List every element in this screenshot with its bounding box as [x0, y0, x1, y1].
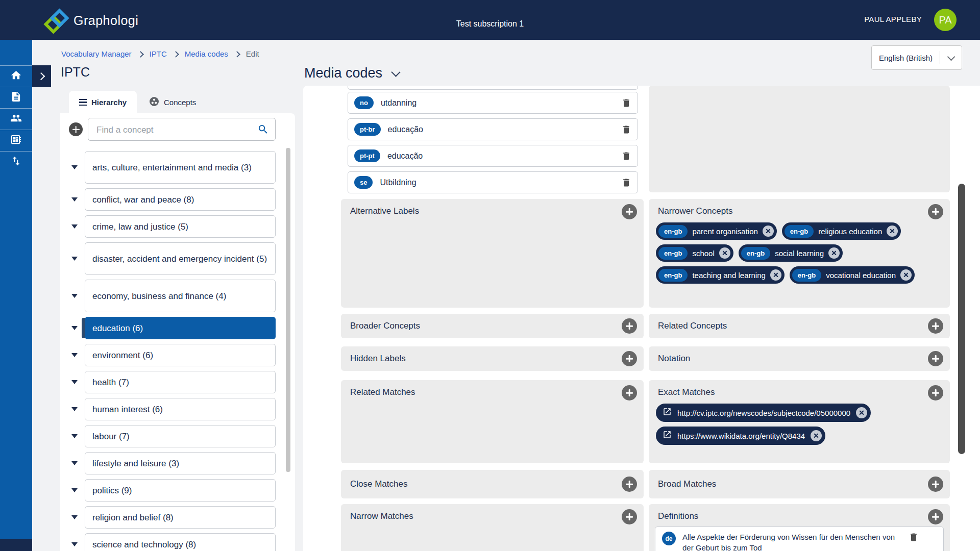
expand-caret-icon[interactable] — [71, 515, 78, 519]
tree-item-conflict[interactable]: conflict, war and peace (8) — [85, 188, 276, 211]
expand-caret-icon[interactable] — [71, 197, 78, 202]
tab-hierarchy[interactable]: Hierarchy — [69, 91, 137, 114]
tree-item-science[interactable]: science and technology (8) — [85, 533, 276, 551]
section-title: Notation — [658, 354, 690, 364]
language-badge: en-gb — [658, 225, 688, 238]
remove-icon[interactable] — [770, 269, 781, 281]
remove-icon[interactable] — [856, 407, 867, 418]
expand-caret-icon[interactable] — [71, 542, 78, 546]
expand-caret-icon[interactable] — [71, 257, 78, 261]
sidebar-item-import-export[interactable] — [0, 151, 32, 172]
add-concept-button[interactable] — [69, 122, 83, 136]
add-narrower-concept-button[interactable] — [928, 204, 943, 219]
label-row: pt-pt educação — [348, 145, 638, 167]
language-badge: en-gb — [741, 247, 770, 260]
add-related-match-button[interactable] — [622, 385, 637, 400]
editor-scrollbar[interactable] — [958, 184, 965, 454]
remove-icon[interactable] — [763, 226, 774, 237]
tree-item-environment[interactable]: environment (6) — [85, 344, 276, 366]
add-hidden-label-button[interactable] — [622, 351, 637, 366]
avatar[interactable]: PA — [934, 9, 957, 31]
search-input[interactable] — [95, 118, 251, 141]
delete-label-button[interactable] — [621, 124, 631, 135]
tree-row: crime, law and justice (5) — [71, 215, 276, 238]
concept-chip[interactable]: en-gb school — [656, 244, 733, 262]
add-narrow-match-button[interactable] — [622, 509, 637, 524]
expand-caret-icon[interactable] — [71, 294, 78, 298]
chevron-down-icon[interactable] — [391, 67, 400, 77]
concept-chip[interactable]: en-gb social learning — [739, 244, 843, 262]
expand-caret-icon[interactable] — [71, 353, 78, 357]
tab-concepts[interactable]: Concepts — [149, 91, 196, 114]
tree-item-human-interest[interactable]: human interest (6) — [85, 398, 276, 420]
tree-item-labour[interactable]: labour (7) — [85, 425, 276, 447]
delete-label-button[interactable] — [621, 151, 631, 162]
add-broader-concept-button[interactable] — [622, 318, 637, 334]
expand-caret-icon[interactable] — [71, 380, 78, 384]
label-row: pt-br educação — [348, 118, 638, 140]
tree-item-lifestyle[interactable]: lifestyle and leisure (3) — [85, 452, 276, 474]
expand-caret-icon[interactable] — [71, 488, 78, 492]
expand-caret-icon[interactable] — [71, 326, 78, 330]
delete-definition-button[interactable] — [909, 532, 919, 543]
label-row: se Utbildning — [348, 171, 638, 193]
concept-chip[interactable]: en-gb religious education — [782, 222, 901, 240]
tree-item-disaster[interactable]: disaster, accident and emergency inciden… — [85, 242, 276, 275]
remove-icon[interactable] — [719, 247, 730, 259]
language-selector[interactable]: English (British) — [871, 45, 962, 70]
app-logo[interactable]: Graphologi — [45, 10, 138, 31]
add-close-match-button[interactable] — [622, 477, 637, 492]
add-related-concept-button[interactable] — [928, 318, 943, 334]
sidebar-item-modules[interactable] — [0, 130, 32, 151]
concept-chip[interactable]: en-gb vocational education — [790, 266, 915, 284]
expand-caret-icon[interactable] — [71, 224, 78, 229]
expand-caret-icon[interactable] — [71, 165, 78, 169]
tree-item-arts[interactable]: arts, culture, entertainment and media (… — [85, 151, 276, 184]
tree-item-religion[interactable]: religion and belief (8) — [85, 506, 276, 529]
sidebar-item-home[interactable] — [0, 65, 32, 87]
add-broad-match-button[interactable] — [928, 477, 943, 492]
match-url: http://cv.iptc.org/newscodes/subjectcode… — [677, 409, 850, 417]
tree-scrollbar[interactable] — [286, 148, 290, 472]
add-alternative-label-button[interactable] — [622, 204, 637, 219]
sidebar-item-documents[interactable] — [0, 87, 32, 108]
chip-label: teaching and learning — [692, 271, 765, 280]
match-link-chip[interactable]: http://cv.iptc.org/newscodes/subjectcode… — [656, 404, 871, 422]
remove-icon[interactable] — [900, 269, 912, 281]
remove-icon[interactable] — [828, 247, 840, 259]
breadcrumb-vocabulary-manager[interactable]: Vocabulary Manager — [61, 49, 132, 58]
tree-item-economy[interactable]: economy, business and finance (4) — [85, 280, 276, 312]
tree-item-crime[interactable]: crime, law and justice (5) — [85, 215, 276, 238]
section-notation: Notation — [649, 346, 950, 371]
tree-item-health[interactable]: health (7) — [85, 371, 276, 393]
add-exact-match-button[interactable] — [928, 385, 943, 400]
sidebar-expand-button[interactable] — [32, 65, 51, 87]
app-name: Graphologi — [74, 13, 138, 28]
tree-item-politics[interactable]: politics (9) — [85, 479, 276, 502]
expand-caret-icon[interactable] — [71, 407, 78, 411]
breadcrumb-media-codes[interactable]: Media codes — [185, 49, 228, 58]
add-notation-button[interactable] — [928, 351, 943, 366]
match-link-chip[interactable]: https://www.wikidata.org/entity/Q8434 — [656, 427, 825, 445]
expand-caret-icon[interactable] — [71, 434, 78, 438]
section-title: Related Concepts — [658, 321, 727, 331]
sidebar-item-users[interactable] — [0, 108, 32, 130]
delete-label-button[interactable] — [621, 97, 631, 109]
tree-item-education-selected[interactable]: education (6) — [85, 317, 276, 339]
remove-icon[interactable] — [811, 430, 822, 441]
language-value: English (British) — [872, 54, 940, 62]
concept-chip[interactable]: en-gb parent organisation — [656, 222, 777, 240]
remove-icon[interactable] — [887, 226, 898, 237]
narrower-concept-chips: en-gb parent organisation en-gb religiou… — [656, 222, 943, 284]
add-definition-button[interactable] — [928, 509, 943, 524]
external-link-icon — [663, 430, 672, 441]
section-hidden-labels: Hidden Labels — [341, 346, 644, 371]
breadcrumb-iptc[interactable]: IPTC — [150, 49, 167, 58]
external-link-icon — [663, 407, 672, 418]
delete-label-button[interactable] — [621, 177, 631, 188]
section-alternative-labels: Alternative Labels — [341, 199, 644, 308]
expand-caret-icon[interactable] — [71, 461, 78, 465]
section-narrower-concepts: Narrower Concepts en-gb parent organisat… — [649, 199, 950, 308]
section-broader-concepts: Broader Concepts — [341, 314, 644, 338]
concept-chip[interactable]: en-gb teaching and learning — [656, 266, 785, 284]
